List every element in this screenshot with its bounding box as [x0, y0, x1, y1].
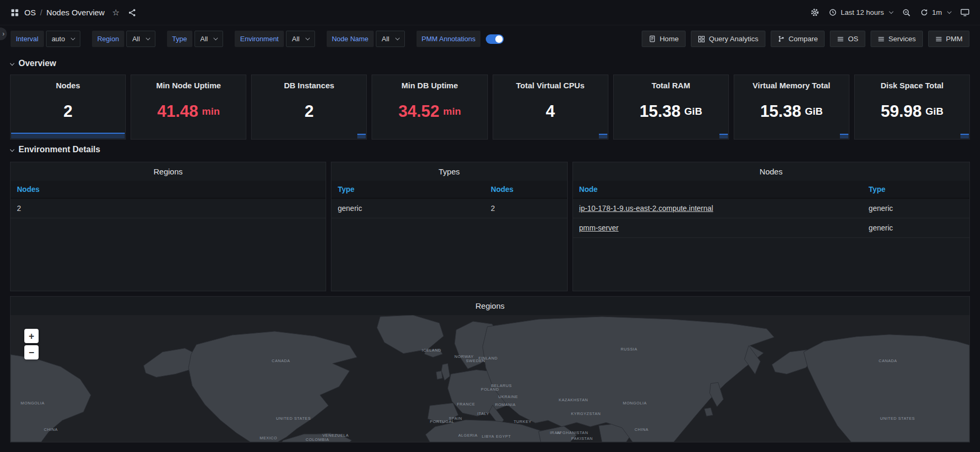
query-analytics-link-button[interactable]: Query Analytics: [691, 31, 765, 47]
dashboard-settings-gear-icon[interactable]: [810, 8, 819, 17]
sparkline: [357, 134, 366, 139]
chevron-down-icon: [214, 36, 218, 40]
clock-icon: [829, 8, 837, 16]
column-header[interactable]: Type: [331, 181, 485, 198]
map-country-label: ICELAND: [422, 348, 441, 353]
map-country-label: UNITED STATES: [880, 416, 915, 421]
refresh-interval-picker[interactable]: 1m: [920, 8, 951, 16]
node-link[interactable]: pmm-server: [579, 224, 619, 232]
map-country-label: MEXICO: [260, 435, 277, 440]
sparkline: [11, 132, 125, 139]
favorite-star-icon[interactable]: ☆: [112, 7, 119, 17]
filter-interval-label: Interval: [11, 31, 44, 47]
table-row: 2: [11, 198, 326, 218]
menu-list-icon: [877, 35, 885, 43]
map-country-label: TURKEY: [514, 419, 532, 424]
map-country-label: LIBYA: [482, 434, 495, 439]
stat-panel-min-db-uptime: Min DB Uptime 34.52 min: [372, 75, 487, 140]
panel-title[interactable]: Virtual Memory Total: [734, 75, 849, 90]
filter-type-label: Type: [167, 31, 192, 47]
map-country-label: EGYPT: [496, 434, 511, 439]
map-country-label: MONGOLIA: [21, 400, 44, 405]
breadcrumb-page: Nodes Overview: [47, 8, 105, 17]
tv-mode-icon[interactable]: [960, 8, 969, 17]
cell-nodes-count: 2: [485, 198, 567, 218]
filter-node-name-label: Node Name: [327, 31, 374, 47]
home-link-button[interactable]: Home: [642, 31, 686, 47]
types-table: Type Nodes generic 2: [331, 181, 567, 218]
refresh-interval-label: 1m: [932, 8, 942, 16]
map-zoom-in-button[interactable]: +: [24, 329, 39, 343]
os-link-button[interactable]: OS: [830, 31, 865, 47]
regions-table-panel: Regions Nodes 2: [10, 162, 326, 291]
pmm-annotations-toggle[interactable]: [486, 34, 504, 44]
column-header[interactable]: Nodes: [11, 181, 326, 198]
sparkline: [599, 134, 607, 139]
table-row: pmm-server generic: [573, 218, 969, 238]
panel-title[interactable]: Regions: [11, 297, 969, 315]
section-environment-details[interactable]: Environment Details: [0, 140, 980, 161]
filter-node-name: Node Name All: [327, 31, 405, 47]
stat-value: 4: [493, 90, 608, 139]
sparkline: [719, 134, 728, 139]
dashboards-grid-icon[interactable]: [11, 8, 19, 17]
chevron-down-icon: [10, 147, 14, 152]
share-icon[interactable]: [128, 8, 136, 17]
panel-title[interactable]: Total Virtual CPUs: [493, 75, 608, 90]
filter-node-name-value[interactable]: All: [376, 31, 404, 47]
panel-title[interactable]: Regions: [11, 162, 326, 181]
regions-map-panel: Regions RUSSIACANADAUNITED STATESMEXICOI…: [10, 296, 970, 442]
compare-branch-icon: [778, 35, 785, 43]
filter-region-value[interactable]: All: [126, 31, 155, 47]
chevron-down-icon: [395, 36, 399, 40]
chevron-down-icon: [889, 10, 893, 14]
map-country-label: CHINA: [44, 427, 58, 432]
panel-title[interactable]: Min Node Uptime: [131, 75, 246, 90]
landmass-north-america-wrapped: [803, 335, 969, 442]
map-country-label: AFGHANISTAN: [557, 430, 588, 435]
filter-interval-value[interactable]: auto: [46, 31, 80, 47]
filter-environment-value[interactable]: All: [286, 31, 315, 47]
filter-region-label: Region: [92, 31, 124, 47]
panel-title[interactable]: Total RAM: [614, 75, 728, 90]
cell-nodes-count: 2: [11, 198, 326, 218]
top-navbar: OS / Nodes Overview ☆ La: [0, 0, 980, 25]
compare-link-button[interactable]: Compare: [771, 31, 825, 47]
stat-panel-total-virtual-cpus: Total Virtual CPUs 4: [493, 75, 608, 140]
stat-panel-db-instances: DB Instances 2: [251, 75, 367, 140]
breadcrumb-app[interactable]: OS: [24, 8, 36, 17]
map-zoom-control: + −: [24, 329, 39, 359]
panel-title[interactable]: Disk Space Total: [855, 75, 969, 90]
stat-panel-total-ram: Total RAM 15.38 GiB: [613, 75, 729, 140]
map-zoom-out-button[interactable]: −: [24, 345, 39, 359]
landmass-british-isles: [436, 364, 450, 381]
cell-type: generic: [862, 218, 969, 238]
map-country-label: FINLAND: [478, 356, 497, 361]
services-link-button[interactable]: Services: [871, 31, 923, 47]
table-row: generic 2: [331, 198, 567, 218]
chevron-down-icon: [947, 10, 951, 14]
panel-title[interactable]: Nodes: [11, 75, 125, 90]
pmm-link-button[interactable]: PMM: [928, 31, 970, 47]
column-header[interactable]: Nodes: [485, 181, 567, 198]
time-range-label: Last 12 hours: [840, 8, 884, 16]
sparkline: [840, 134, 848, 139]
menu-list-icon: [935, 35, 942, 43]
time-range-picker[interactable]: Last 12 hours: [829, 8, 893, 16]
node-link[interactable]: ip-10-178-1-9.us-east-2.compute.internal: [579, 204, 714, 213]
column-header[interactable]: Node: [573, 181, 863, 198]
map-country-label: UNITED STATES: [276, 416, 311, 421]
zoom-out-time-icon[interactable]: [902, 8, 911, 17]
panel-title[interactable]: Types: [331, 162, 567, 181]
column-header[interactable]: Type: [862, 181, 969, 198]
map-country-label: CHINA: [634, 427, 648, 432]
filter-type-value[interactable]: All: [195, 31, 223, 47]
section-overview[interactable]: Overview: [0, 53, 980, 75]
panel-title[interactable]: Min DB Uptime: [372, 75, 487, 90]
refresh-icon[interactable]: [920, 8, 928, 16]
panel-title[interactable]: DB Instances: [252, 75, 366, 90]
breadcrumb-separator: /: [40, 8, 42, 17]
world-map[interactable]: RUSSIACANADAUNITED STATESMEXICOICELANDNO…: [11, 315, 969, 442]
map-country-label: RUSSIA: [621, 346, 637, 351]
panel-title[interactable]: Nodes: [573, 162, 969, 181]
